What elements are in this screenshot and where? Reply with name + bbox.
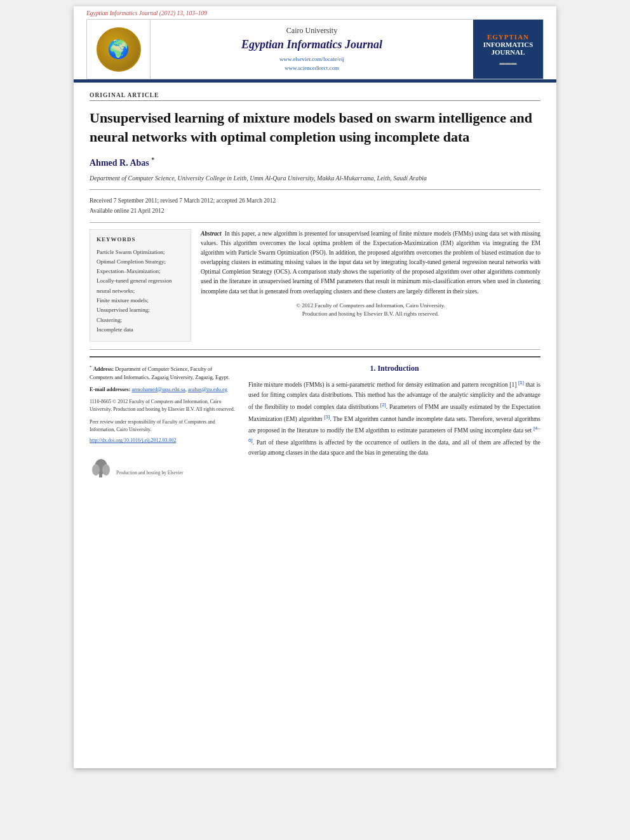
article-title: Unsupervised learning of mixture models … xyxy=(90,109,540,146)
keyword-1: Particle Swarm Optimization; xyxy=(97,248,184,257)
journal-citation: Egyptian Informatics Journal (2012) 13, … xyxy=(86,10,544,17)
keyword-2: Optimal Completion Strategy; xyxy=(97,257,184,267)
cairo-university-logo xyxy=(87,20,151,79)
abstract-label: Abstract xyxy=(201,230,222,237)
keywords-column: KEYWORDS Particle Swarm Optimization; Op… xyxy=(90,229,191,342)
footnote-address: * Address: Department of Computer Scienc… xyxy=(90,364,236,381)
elsevier-logo: Production and hosting by Elsevier xyxy=(90,451,236,488)
keywords-list: Particle Swarm Optimization; Optimal Com… xyxy=(97,248,184,335)
received-date: Received 7 September 2011; revised 7 Mar… xyxy=(90,196,540,205)
elsevier-svg xyxy=(90,457,112,480)
eij-word-informatics: Informatics xyxy=(483,41,533,48)
keyword-6: Unsupervised learning; xyxy=(97,305,184,315)
ref-4-6: [4–6] xyxy=(248,425,540,443)
email1[interactable]: armohamed@uqu.edu.sa xyxy=(131,386,185,392)
university-name: Cairo University xyxy=(160,26,464,36)
eij-decoration: ▬▬▬ xyxy=(483,60,533,66)
introduction-text: Finite mixture models (FMMs) is a semi-p… xyxy=(248,378,540,458)
page: Egyptian Informatics Journal (2012) 13, … xyxy=(74,6,556,768)
eij-logo: EGYPTIAN Informatics JOURNAL ▬▬▬ xyxy=(473,20,543,79)
introduction-column: 1. Introduction Finite mixture models (F… xyxy=(248,364,540,488)
university-emblem xyxy=(97,27,141,72)
author-sup: * xyxy=(151,156,154,163)
keyword-5: Finite mixture models; xyxy=(97,296,184,305)
email2[interactable]: arabas@zu.edu.eg xyxy=(188,386,227,392)
eij-word-egyptian: EGYPTIAN xyxy=(483,33,533,41)
abstract-text: Abstract In this paper, a new algorithm … xyxy=(201,229,540,297)
copyright2: Production and hosting by Elsevier B.V. … xyxy=(302,310,439,317)
section-label: ORIGINAL ARTICLE xyxy=(90,92,540,101)
header-box: Cairo University Egyptian Informatics Jo… xyxy=(86,19,544,79)
email-line: E-mail addresses: armohamed@uqu.edu.sa, … xyxy=(90,385,236,394)
issn-block: 1110-8665 © 2012 Faculty of Computers an… xyxy=(90,398,236,413)
available-date: Available online 21 April 2012 xyxy=(90,206,540,215)
copyright1: © 2012 Faculty of Computers and Informat… xyxy=(296,302,445,309)
peer-review-text: Peer review under responsibility of Facu… xyxy=(90,419,215,432)
author-name: Ahmed R. Abas * xyxy=(90,156,540,168)
journal-top-bar: Egyptian Informatics Journal (2012) 13, … xyxy=(74,6,556,79)
keyword-4: Locally-tuned general regression neural … xyxy=(97,276,184,296)
address-label: Address: xyxy=(93,366,114,372)
footnote-section: * Address: Department of Computer Scienc… xyxy=(90,356,540,488)
keyword-7: Clustering; xyxy=(97,316,184,325)
footnote-star: * xyxy=(90,364,92,370)
copyright-line: © 2012 Faculty of Computers and Informat… xyxy=(201,302,540,319)
eij-box: EGYPTIAN Informatics JOURNAL ▬▬▬ xyxy=(483,33,533,66)
author-name-text: Ahmed R. Abas xyxy=(90,158,149,168)
peer-review: Peer review under responsibility of Facu… xyxy=(90,418,236,434)
introduction-title: 1. Introduction xyxy=(248,364,540,373)
eij-word-journal: JOURNAL xyxy=(483,48,533,56)
ref-2: [2] xyxy=(380,402,386,408)
header-center: Cairo University Egyptian Informatics Jo… xyxy=(151,20,473,79)
divider-3 xyxy=(90,349,540,350)
keyword-3: Expectation–Maximization; xyxy=(97,267,184,276)
content-area: ORIGINAL ARTICLE Unsupervised learning o… xyxy=(74,83,556,500)
journal-url2: www.sciencedirect.com xyxy=(285,65,339,71)
email-label: E-mail addresses: xyxy=(90,386,130,392)
elsevier-icon xyxy=(90,457,112,488)
ref-1: [1] xyxy=(518,380,524,385)
keywords-title: KEYWORDS xyxy=(97,236,184,243)
affiliation: Department of Computer Science, Universi… xyxy=(90,173,540,183)
divider-2 xyxy=(90,222,540,223)
svg-point-3 xyxy=(102,464,110,476)
doi-link[interactable]: http://dx.doi.org/10.1016/j.eij.2012.03.… xyxy=(90,437,177,443)
doi-line: http://dx.doi.org/10.1016/j.eij.2012.03.… xyxy=(90,436,236,444)
ref-3: [3] xyxy=(324,414,330,420)
elsevier-text: Production and hosting by Elsevier xyxy=(116,469,183,476)
abstract-column: Abstract In this paper, a new algorithm … xyxy=(201,229,540,342)
journal-url1: www.elsevier.com/locate/eij xyxy=(279,56,344,62)
keyword-8: Incomplete data xyxy=(97,325,184,335)
abstract-section: KEYWORDS Particle Swarm Optimization; Op… xyxy=(90,229,540,342)
journal-urls: www.elsevier.com/locate/eij www.scienced… xyxy=(160,55,464,72)
divider-1 xyxy=(90,189,540,190)
journal-name: Egyptian Informatics Journal xyxy=(160,38,464,51)
abstract-body: In this paper, a new algorithm is presen… xyxy=(201,230,540,295)
svg-point-2 xyxy=(92,464,100,476)
footnote-left: * Address: Department of Computer Scienc… xyxy=(90,364,236,488)
